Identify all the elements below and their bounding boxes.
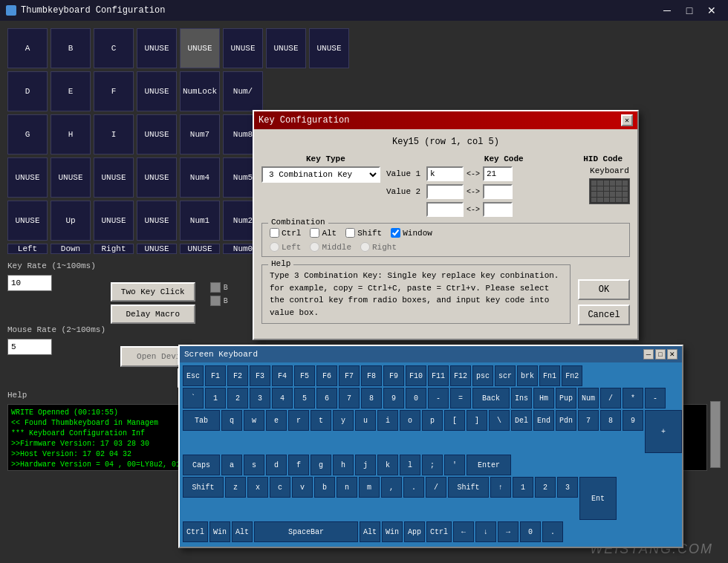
sk-key-4-15[interactable]: 1 — [513, 477, 533, 498]
key-btn-12[interactable]: NumLock — [180, 71, 220, 111]
left-radio-item[interactable]: Left — [270, 242, 301, 252]
key-btn-5[interactable]: UNUSE — [223, 28, 263, 68]
ok-button[interactable]: OK — [578, 279, 630, 300]
sk-key-4-18[interactable]: Ent — [579, 477, 617, 520]
sk-key-5-8[interactable]: ← — [453, 521, 474, 542]
sk-key-2-5[interactable]: t — [311, 410, 331, 431]
sk-key-1-15[interactable]: Hm — [533, 388, 554, 409]
sk-key-5-13[interactable]: . — [542, 521, 563, 542]
sk-key-2-14[interactable]: Del — [511, 410, 532, 431]
sk-key-5-12[interactable]: 0 — [520, 521, 541, 542]
sk-key-3-10[interactable]: ; — [422, 455, 443, 475]
sk-key-0-3[interactable]: F3 — [250, 365, 270, 386]
sk-key-0-13[interactable]: psc — [472, 365, 493, 386]
two-key-click-button[interactable]: Two Key Click — [111, 282, 195, 302]
middle-radio-item[interactable]: Middle — [310, 242, 351, 252]
sk-key-3-2[interactable]: s — [244, 455, 264, 475]
sk-key-0-12[interactable]: F12 — [450, 365, 471, 386]
sk-key-4-5[interactable]: b — [314, 477, 335, 498]
key-btn-28[interactable]: Num4 — [180, 157, 220, 198]
sk-key-1-4[interactable]: 4 — [272, 388, 293, 409]
sk-key-0-9[interactable]: F9 — [383, 365, 404, 386]
sk-key-2-17[interactable]: 7 — [578, 410, 599, 431]
sk-key-4-0[interactable]: Shift — [183, 477, 224, 498]
shift-checkbox[interactable] — [345, 228, 355, 238]
cancel-button[interactable]: Cancel — [578, 305, 630, 325]
key-btn-4[interactable]: UNUSE — [180, 28, 220, 68]
sk-key-3-8[interactable]: k — [377, 455, 398, 475]
sk-minimize[interactable]: ─ — [643, 349, 654, 359]
key-btn-44[interactable]: UNUSE — [180, 244, 220, 254]
sk-key-0-8[interactable]: F8 — [361, 365, 382, 386]
sk-key-5-4[interactable]: Alt — [360, 521, 380, 542]
key-btn-41[interactable]: Down — [51, 244, 91, 254]
sk-key-4-6[interactable]: n — [337, 477, 357, 498]
sk-key-5-9[interactable]: ↓ — [475, 521, 496, 542]
key-btn-43[interactable]: UNUSE — [137, 244, 177, 254]
mouse-rate-input[interactable] — [7, 339, 52, 355]
ctrl-checkbox-item[interactable]: Ctrl — [270, 228, 301, 238]
sk-key-0-10[interactable]: F10 — [406, 365, 426, 386]
sk-key-3-0[interactable]: Caps — [183, 455, 220, 475]
key-btn-8[interactable]: D — [7, 71, 48, 111]
sk-key-4-1[interactable]: z — [225, 477, 246, 498]
sk-key-3-5[interactable]: g — [311, 455, 331, 475]
sk-key-2-7[interactable]: u — [355, 410, 376, 431]
sk-key-2-11[interactable]: [ — [444, 410, 465, 431]
sk-key-1-17[interactable]: Num — [578, 388, 599, 409]
shift-checkbox-item[interactable]: Shift — [345, 228, 382, 238]
key-btn-17[interactable]: H — [51, 114, 91, 154]
sk-key-1-19[interactable]: * — [623, 388, 643, 409]
right-radio-item[interactable]: Right — [360, 242, 397, 252]
sk-key-4-13[interactable]: ↑ — [490, 477, 511, 498]
sk-key-0-7[interactable]: F7 — [339, 365, 360, 386]
key-btn-32[interactable]: UNUSE — [7, 201, 48, 241]
value1-hid[interactable] — [483, 166, 513, 181]
sk-key-2-15[interactable]: End — [533, 410, 554, 431]
sk-key-2-0[interactable]: Tab — [183, 410, 220, 431]
sk-key-5-3[interactable]: SpaceBar — [254, 521, 358, 542]
sk-key-1-2[interactable]: 2 — [227, 388, 248, 409]
sk-key-1-1[interactable]: 1 — [205, 388, 226, 409]
sk-key-0-0[interactable]: Esc — [183, 365, 204, 386]
key-btn-42[interactable]: Right — [94, 244, 134, 254]
key-rate-input[interactable] — [7, 275, 52, 291]
key-btn-6[interactable]: UNUSE — [266, 28, 306, 68]
alt-checkbox[interactable] — [310, 228, 319, 238]
sk-key-4-4[interactable]: v — [292, 477, 313, 498]
sk-key-4-11[interactable]: Shift — [448, 477, 489, 498]
sk-key-1-6[interactable]: 6 — [316, 388, 337, 409]
sk-key-2-2[interactable]: w — [244, 410, 264, 431]
sk-key-3-7[interactable]: j — [355, 455, 376, 475]
sk-maximize[interactable]: □ — [655, 349, 666, 359]
key-btn-24[interactable]: UNUSE — [7, 157, 48, 198]
sk-key-3-4[interactable]: f — [288, 455, 309, 475]
ctrl-checkbox[interactable] — [270, 228, 279, 238]
sk-key-5-6[interactable]: App — [404, 521, 425, 542]
sk-key-5-10[interactable]: → — [498, 521, 519, 542]
key-btn-13[interactable]: Num/ — [223, 71, 263, 111]
delay-macro-button[interactable]: Delay Macro — [111, 305, 195, 324]
sk-key-2-8[interactable]: i — [377, 410, 398, 431]
sk-key-1-12[interactable]: = — [450, 388, 471, 409]
sk-key-2-19[interactable]: 9 — [623, 410, 643, 431]
value3-hid[interactable] — [483, 202, 513, 217]
sk-key-2-4[interactable]: r — [288, 410, 309, 431]
key-btn-33[interactable]: Up — [51, 201, 91, 241]
sk-key-1-20[interactable]: - — [645, 388, 666, 409]
sk-key-0-6[interactable]: F6 — [316, 365, 337, 386]
key-btn-27[interactable]: UNUSE — [137, 157, 177, 198]
sk-key-1-18[interactable]: / — [600, 388, 621, 409]
sk-key-2-9[interactable]: o — [400, 410, 420, 431]
sk-key-3-1[interactable]: a — [221, 455, 242, 475]
sk-key-4-3[interactable]: c — [270, 477, 290, 498]
sk-key-2-6[interactable]: y — [333, 410, 354, 431]
key-btn-10[interactable]: F — [94, 71, 134, 111]
dialog-close-button[interactable]: ✕ — [621, 114, 633, 126]
key-btn-36[interactable]: Num1 — [180, 201, 220, 241]
sk-key-2-10[interactable]: p — [422, 410, 443, 431]
key-btn-25[interactable]: UNUSE — [51, 157, 91, 198]
key-btn-40[interactable]: Left — [7, 244, 48, 254]
sk-key-4-9[interactable]: . — [403, 477, 424, 498]
sk-key-4-10[interactable]: / — [426, 477, 446, 498]
